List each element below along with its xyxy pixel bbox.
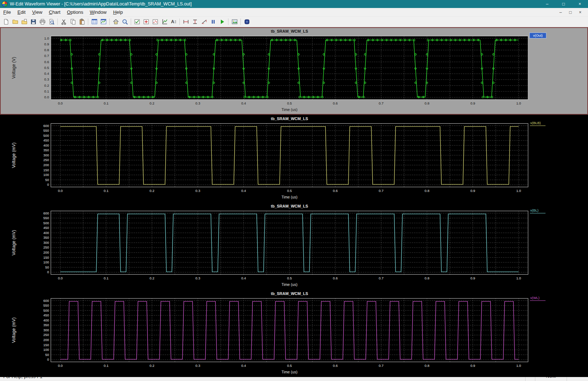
legend-label[interactable]: v(BL) (530, 208, 539, 212)
zoom-full-button[interactable] (120, 17, 129, 26)
chart-title: tb_SRAM_WCM_LS (271, 291, 308, 296)
x-axis-label: Time (us) (281, 107, 297, 112)
open-file-button[interactable] (11, 17, 20, 26)
save-button[interactable] (29, 17, 38, 26)
vertical-measure-button[interactable] (190, 17, 199, 26)
y-tick-labels: 0.00.10.20.30.40.50.60.70.80.91.0 (44, 36, 49, 99)
legend-label[interactable]: v(Out) (533, 33, 543, 37)
menu-bar: FileEditViewChartOptionsWindowHelp – □ × (0, 8, 588, 16)
chart-title: tb_SRAM_WCM_LS (271, 29, 308, 33)
menu-window[interactable]: Window (86, 8, 110, 16)
svg-text:100: 100 (43, 348, 49, 352)
svg-text:50: 50 (45, 178, 49, 182)
app-icon[interactable] (2, 1, 8, 7)
horizontal-measure-button[interactable] (181, 17, 190, 26)
svg-text:0.4: 0.4 (44, 71, 49, 75)
toolbar-separator (57, 19, 58, 25)
print-button[interactable] (38, 17, 47, 26)
svg-text:0.9: 0.9 (44, 42, 49, 46)
text-format-button[interactable]: A (169, 17, 178, 26)
minimize-button[interactable]: – (539, 0, 555, 8)
chart-panel-vout[interactable]: tb_SRAM_WCM_LSVoltage (V)Time (us)0.00.1… (0, 27, 588, 115)
svg-text:500: 500 (43, 134, 49, 138)
close-button[interactable]: × (572, 0, 588, 8)
legend-label[interactable]: v(WL) (530, 296, 539, 300)
print-preview-button[interactable] (47, 17, 56, 26)
menu-help[interactable]: Help (110, 8, 126, 16)
svg-text:200: 200 (43, 250, 49, 254)
waveform-chart[interactable]: tb_SRAM_WCM_LSVoltage (mV)Time (us)0.00.… (1, 203, 587, 289)
y-tick-labels: 050100150200250300350400450500550600 (43, 298, 49, 361)
play-icon (219, 19, 226, 25)
chart-panel-vblb[interactable]: tb_SRAM_WCM_LSVoltage (mV)Time (us)0.00.… (0, 115, 588, 202)
svg-text:0.0: 0.0 (58, 101, 62, 105)
waveform-chart[interactable]: tb_SRAM_WCM_LSVoltage (mV)Time (us)0.00.… (1, 115, 587, 201)
y-axis-label: Voltage (mV) (11, 318, 16, 343)
svg-text:500: 500 (43, 308, 49, 312)
new-file-button[interactable] (1, 17, 11, 26)
chart-title: tb_SRAM_WCM_LS (271, 204, 308, 208)
svg-text:0.7: 0.7 (379, 101, 384, 105)
show-points-button[interactable] (151, 17, 160, 26)
legend-label[interactable]: v(BLB) (530, 121, 541, 125)
menu-options[interactable]: Options (64, 8, 86, 16)
y-axis-label: Voltage (mV) (11, 143, 16, 168)
menu-file[interactable]: File (0, 8, 14, 16)
svg-text:0.5: 0.5 (44, 66, 49, 70)
svg-text:200: 200 (43, 338, 49, 342)
printer-icon (39, 19, 46, 25)
slope-measure-button[interactable] (199, 17, 208, 26)
svg-text:0.2: 0.2 (44, 83, 49, 87)
svg-text:250: 250 (43, 333, 49, 337)
mdi-restore-button[interactable]: □ (565, 10, 575, 15)
y-tick-labels: 050100150200250300350400450500550600 (43, 123, 49, 187)
svg-text:600: 600 (43, 123, 49, 127)
mdi-minimize-button[interactable]: – (556, 10, 565, 15)
menu-chart[interactable]: Chart (46, 8, 64, 16)
svg-text:1.0: 1.0 (516, 276, 521, 280)
svg-text:0.2: 0.2 (150, 276, 154, 280)
run-simulation-button[interactable] (218, 17, 227, 26)
svg-text:0.7: 0.7 (379, 188, 384, 192)
new-chart-button[interactable] (90, 17, 99, 26)
svg-text:450: 450 (43, 226, 49, 230)
cut-button[interactable] (59, 17, 68, 26)
svg-text:50: 50 (45, 353, 49, 357)
menu-edit[interactable]: Edit (14, 8, 29, 16)
waveform-chart[interactable]: tb_SRAM_WCM_LSVoltage (V)Time (us)0.00.1… (1, 28, 587, 114)
svg-text:0.6: 0.6 (333, 188, 338, 192)
svg-text:500: 500 (43, 221, 49, 225)
database-button[interactable] (242, 17, 251, 26)
trace-properties-button[interactable] (133, 17, 142, 26)
waveform-chart[interactable]: tb_SRAM_WCM_LSVoltage (mV)Time (us)0.00.… (1, 290, 587, 376)
svg-text:300: 300 (43, 153, 49, 157)
open-output-button[interactable] (20, 17, 29, 26)
folder-icon (12, 19, 19, 25)
copy-button[interactable] (68, 17, 77, 26)
menu-view[interactable]: View (29, 8, 45, 16)
chart-panel-vbl[interactable]: tb_SRAM_WCM_LSVoltage (mV)Time (us)0.00.… (0, 202, 588, 290)
svg-text:50: 50 (45, 265, 49, 269)
scissors-icon (61, 19, 67, 25)
svg-text:1.0: 1.0 (516, 101, 521, 105)
trace-add-icon (143, 19, 150, 25)
toolbar-separator (88, 19, 88, 25)
menu-items: FileEditViewChartOptionsWindowHelp (0, 8, 126, 16)
svg-text:0.4: 0.4 (241, 276, 246, 280)
add-trace-button[interactable] (142, 17, 151, 26)
axis-settings-button[interactable] (160, 17, 169, 26)
home-view-button[interactable] (111, 17, 120, 26)
pause-simulation-button[interactable] (208, 17, 218, 26)
svg-text:0.0: 0.0 (44, 95, 49, 99)
chart-overlay-button[interactable] (99, 17, 108, 26)
pause-icon (210, 19, 216, 25)
svg-text:550: 550 (43, 128, 49, 132)
maximize-button[interactable]: □ (555, 0, 572, 8)
paste-button[interactable] (77, 17, 86, 26)
export-image-button[interactable] (230, 17, 239, 26)
mdi-close-button[interactable]: × (575, 10, 585, 15)
folder-page-icon (21, 19, 28, 25)
svg-text:1.0: 1.0 (44, 36, 49, 40)
svg-text:0.6: 0.6 (333, 101, 338, 105)
chart-panel-vwl[interactable]: tb_SRAM_WCM_LSVoltage (mV)Time (us)0.00.… (0, 290, 588, 377)
